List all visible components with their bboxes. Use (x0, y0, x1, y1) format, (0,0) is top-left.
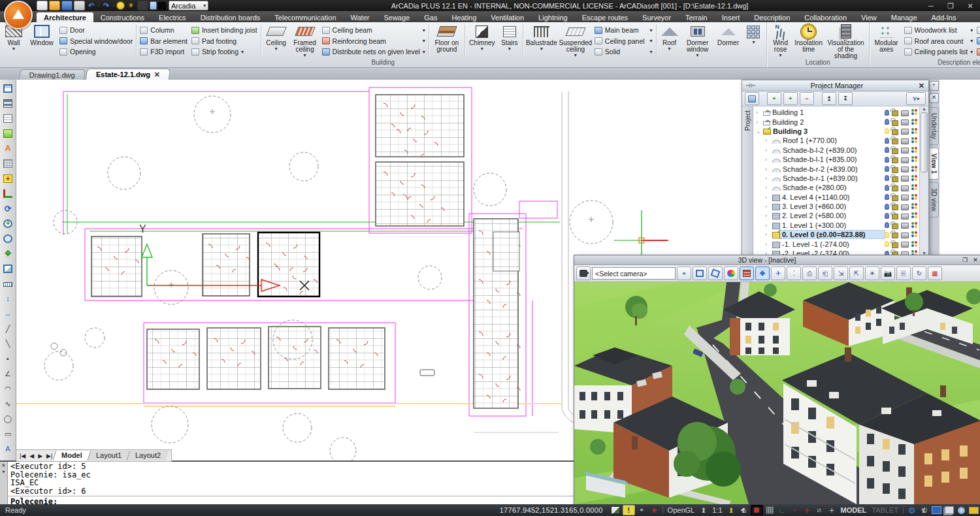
f3d-import-button[interactable]: F3D import (140, 47, 188, 56)
chimney-button[interactable]: Chimney ▾ (466, 23, 498, 59)
balustrade-button[interactable]: Balustrade ▾ (525, 23, 559, 59)
woodwork-list-dropdown-arrow[interactable]: ▾ (970, 28, 973, 33)
project-tree-scrollbar[interactable]: ▲ ▼ (919, 106, 928, 255)
tab-terrain[interactable]: Terrain (678, 12, 715, 22)
text-style-icon[interactable]: A (1, 141, 16, 155)
roof-area-count-dropdown-arrow[interactable]: ▾ (970, 39, 973, 43)
tab-layout2[interactable]: Layout2 (127, 451, 169, 460)
dimension-horizontal-icon[interactable]: ↔ (1, 306, 16, 321)
grid-display-toggle[interactable] (764, 506, 776, 515)
tree-row-building1[interactable]: ›Building 1 (753, 108, 919, 117)
otrack-toggle[interactable]: ⧄ (814, 506, 825, 515)
tab-water[interactable]: Water (344, 12, 377, 22)
balustrade-dropdown-arrow[interactable]: ▾ (540, 46, 543, 51)
main-beam-button[interactable]: Main beam▾ (595, 25, 653, 35)
roof-area-count-button[interactable]: Roof area count▾ (904, 37, 973, 46)
tab-manage[interactable]: Manage (884, 12, 924, 22)
reinforcing-beam-button[interactable]: Reinforcing beam▾ (322, 37, 425, 46)
walk-mode-icon[interactable]: ⁚ (787, 266, 801, 280)
save-view-icon[interactable]: ⎙ (802, 266, 817, 280)
color-swatch-icon[interactable] (158, 2, 166, 10)
selected-3d-objects-list-button[interactable]: Selected 3D objects list▾ (977, 47, 980, 56)
scrollbar-thumb[interactable] (921, 112, 928, 172)
arcadia-logo-icon[interactable] (4, 1, 33, 29)
dormer-window-dropdown-arrow[interactable]: ▾ (696, 53, 699, 57)
tab-escape-routes[interactable]: Escape routes (575, 12, 635, 22)
door-button[interactable]: Door (59, 25, 133, 35)
ceiling-dropdown-arrow[interactable]: ▾ (275, 46, 278, 51)
tablet-toggle[interactable]: TABLET (869, 506, 901, 514)
ceiling-panels-list-button[interactable]: Ceiling panels list▾ (904, 47, 973, 56)
wind-rose-dropdown-arrow[interactable]: ▾ (779, 53, 782, 57)
woodwork-list-button[interactable]: Woodwork list▾ (904, 25, 973, 35)
tree-row-schade-bl1[interactable]: ›Schade-b-l-1 (+835.00) (753, 155, 919, 164)
row-toggles[interactable] (885, 193, 919, 201)
bar-element-button[interactable]: Bar element (140, 37, 188, 46)
distribute-nets-button[interactable]: Distribute nets on given level▾ (322, 47, 425, 56)
ortho-toggle[interactable]: ∟ (777, 506, 788, 515)
building-extra-dropdown-arrow[interactable]: ▾ (753, 40, 755, 44)
tab-ventilation[interactable]: Ventilation (483, 12, 531, 22)
materials-icon[interactable] (740, 266, 754, 280)
next-layout-icon[interactable]: ▶ (36, 453, 44, 459)
tab-description[interactable]: Description (747, 12, 797, 22)
rectangle-tool-icon[interactable]: ▭ (1, 427, 16, 441)
tab-heating[interactable]: Heating (444, 12, 483, 22)
chimney-dropdown-arrow[interactable]: ▾ (481, 46, 483, 51)
console-expand-icon[interactable]: ▾ (2, 468, 5, 475)
annotation-tool-icon[interactable] (1, 126, 16, 140)
circle-tool-icon[interactable]: ◯ (1, 411, 16, 426)
camera-select-dropdown[interactable]: <Select camera> (592, 267, 676, 280)
snap-toggle-icon[interactable] (1, 171, 16, 185)
solid-dropdown-arrow[interactable]: ▾ (650, 50, 653, 54)
ortho-toggle-icon[interactable] (1, 186, 16, 201)
add-building-icon[interactable]: + (767, 92, 781, 105)
ceiling-panels-list-dropdown-arrow[interactable]: ▾ (970, 50, 973, 54)
polyline-tool-icon[interactable]: ╲ (1, 336, 16, 351)
3d-view-close-icon[interactable]: ✕ (970, 257, 980, 263)
add-view-icon[interactable]: + (929, 81, 939, 91)
lightbulb-icon[interactable] (116, 1, 125, 10)
row-toggles[interactable] (885, 137, 919, 144)
move-level-down-icon[interactable]: ↧ (838, 92, 853, 105)
console-close-icon[interactable]: ✕ (2, 462, 5, 468)
tab-constructions[interactable]: Constructions (93, 12, 152, 22)
tree-row-schade-e[interactable]: ›Schade-e (+280.00) (753, 183, 919, 192)
modular-axes-button[interactable]: Modular axes (871, 23, 902, 59)
snap-marker-icon[interactable]: ⌖ (636, 506, 647, 515)
ceiling-button[interactable]: Ceiling ▾ (263, 23, 290, 59)
row-toggles[interactable] (885, 202, 919, 210)
roof-dropdown-arrow[interactable]: ▾ (668, 46, 671, 51)
tree-row-schade-br2[interactable]: ›Schade-b-r-2 (+839.00) (753, 164, 919, 173)
export-scene-icon[interactable]: ⇲ (834, 266, 848, 280)
tab-add-ins[interactable]: Add-Ins (924, 12, 964, 22)
flyover-mode-icon[interactable]: ✈ (771, 266, 785, 280)
zoom-in-tool-icon[interactable] (1, 216, 16, 231)
pin-icon[interactable]: ⊣⊢ (742, 82, 759, 89)
annotation-warning-toggle[interactable]: ! (623, 505, 635, 515)
solid-button[interactable]: Solid▾ (595, 47, 653, 56)
lock-icon[interactable] (150, 1, 157, 10)
row-toggles[interactable] (885, 127, 919, 135)
dimension-vertical-icon[interactable]: ↕ (1, 291, 16, 306)
sun-icon[interactable]: ☀ (126, 1, 136, 10)
toolbar-overflow-icon[interactable]: ⌄ (214, 3, 218, 8)
opengl-indicator[interactable]: OpenGL (665, 506, 698, 514)
project-manager-titlebar[interactable]: ⊣⊢ Project Manager ✕ (742, 80, 928, 91)
person-add-icon[interactable]: 🨄 (738, 506, 749, 515)
point-tool-icon[interactable]: ▪ (1, 351, 16, 366)
dormer-button[interactable]: Dormer (714, 23, 743, 59)
dock-tab-3d-view[interactable]: 3D view (930, 182, 939, 218)
messages-icon[interactable] (968, 506, 979, 515)
tab-gas[interactable]: Gas (417, 12, 444, 22)
save-icon[interactable] (61, 1, 73, 10)
row-toggles[interactable] (885, 155, 919, 163)
layers-tool-icon[interactable] (1, 96, 16, 110)
tree-row-level4[interactable]: ›4. Level 4 (+1140.00) (753, 193, 919, 202)
row-toggles[interactable] (885, 165, 919, 173)
close-button[interactable]: ✕ (960, 1, 980, 11)
tab-distribution-boards[interactable]: Distribution boards (193, 12, 268, 22)
doc-tab-close-icon[interactable]: ✕ (154, 71, 160, 79)
insolation-time-button[interactable]: Insolation time (793, 23, 825, 59)
special-window-door-button[interactable]: Special window/door (59, 37, 133, 46)
